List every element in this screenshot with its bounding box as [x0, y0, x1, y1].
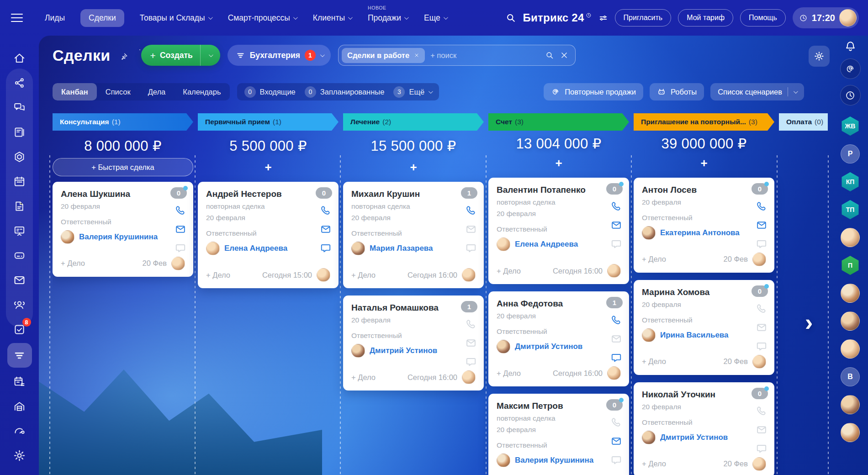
global-search-icon[interactable]	[505, 12, 516, 23]
chat-icon[interactable]	[610, 238, 622, 250]
chat-icon[interactable]	[756, 443, 767, 454]
mail-icon[interactable]	[610, 435, 622, 447]
sidebar-item-feed[interactable]	[7, 120, 32, 144]
chat-icon[interactable]	[756, 340, 767, 352]
mail-icon[interactable]	[610, 333, 622, 345]
board-settings-button[interactable]	[809, 46, 830, 67]
deal-card[interactable]: Андрей Нестеров 0 повторная сделка 20 фе…	[198, 182, 339, 288]
sidebar-item-automation[interactable]	[7, 418, 32, 443]
add-deal-button[interactable]: +	[555, 157, 562, 169]
user-avatar[interactable]	[839, 9, 857, 26]
phone-icon[interactable]	[610, 417, 622, 428]
sidebar-item-documents[interactable]	[7, 194, 32, 218]
scenarios-button[interactable]: Список сценариев	[710, 83, 804, 100]
user-avatar[interactable]	[841, 284, 860, 303]
phone-icon[interactable]	[465, 318, 477, 330]
chat-icon[interactable]	[175, 242, 186, 254]
user-badge[interactable]: КП	[841, 172, 860, 191]
avatar[interactable]	[607, 264, 621, 278]
user-avatar[interactable]	[841, 339, 860, 359]
add-activity-link[interactable]: + Дело	[351, 373, 376, 382]
sidebar-item-network[interactable]	[7, 70, 32, 95]
tab-calendar[interactable]: Календарь	[174, 83, 229, 100]
menu-item-smart-processes[interactable]: Смарт-процессы	[227, 9, 297, 27]
add-activity-link[interactable]: + Дело	[642, 357, 666, 366]
sliders-icon[interactable]	[598, 13, 608, 23]
responsible-link[interactable]: Валерия Крушинина	[79, 232, 158, 242]
sidebar-item-home[interactable]	[7, 46, 32, 70]
work-time-widget[interactable]: 17:20	[793, 7, 859, 28]
stage-header[interactable]: Первичный прием(1)	[198, 113, 339, 131]
add-deal-button[interactable]: +	[410, 161, 417, 173]
user-badge[interactable]: ТП	[841, 200, 860, 219]
help-button[interactable]: Помощь	[740, 9, 786, 26]
quick-deal-button[interactable]: + Быстрая сделка	[53, 158, 193, 176]
sidebar-item-warehouse[interactable]	[7, 394, 32, 418]
chat-icon[interactable]	[610, 454, 622, 466]
phone-icon[interactable]	[320, 205, 332, 216]
avatar[interactable]	[317, 268, 330, 282]
user-avatar[interactable]	[841, 395, 860, 414]
avatar[interactable]	[462, 370, 476, 384]
chat-icon[interactable]	[465, 242, 477, 254]
mail-icon[interactable]	[756, 424, 767, 436]
mail-icon[interactable]	[610, 219, 622, 231]
my-plan-button[interactable]: Мой тариф	[678, 9, 733, 26]
clear-search-icon[interactable]	[560, 51, 569, 60]
add-activity-link[interactable]: + Дело	[497, 369, 521, 378]
avatar[interactable]	[171, 257, 185, 270]
user-badge[interactable]: ЖВ	[841, 116, 860, 136]
sidebar-item-drive[interactable]	[7, 243, 32, 268]
menu-item-sales[interactable]: НОВОЕПродажи	[367, 9, 408, 27]
sidebar-item-messenger[interactable]	[7, 95, 32, 120]
mail-icon[interactable]	[320, 223, 332, 235]
phone-icon[interactable]	[756, 201, 767, 212]
menu-item-leads[interactable]: Лиды	[44, 9, 66, 27]
sidebar-item-calendar[interactable]	[7, 169, 32, 194]
add-activity-link[interactable]: + Дело	[61, 259, 85, 268]
counter-planned[interactable]: 0Запланированные	[305, 86, 385, 98]
avatar[interactable]	[607, 366, 621, 380]
deal-card[interactable]: Алена Шукшина 0 20 февраля Ответственный…	[53, 182, 193, 277]
mail-icon[interactable]	[756, 219, 767, 231]
pipeline-filter-button[interactable]: Бухгалтерия 1	[228, 45, 331, 66]
menu-item-clients[interactable]: Клиенты	[312, 9, 352, 27]
stage-header[interactable]: Счет(3)	[488, 113, 629, 131]
invite-button[interactable]: Пригласить	[615, 9, 672, 26]
phone-icon[interactable]	[756, 405, 767, 417]
responsible-link[interactable]: Дмитрий Устинов	[515, 342, 582, 351]
hamburger-menu-icon[interactable]	[11, 14, 23, 22]
user-badge[interactable]: П	[841, 256, 860, 275]
notifications-bell-icon[interactable]	[844, 40, 857, 53]
responsible-link[interactable]: Дмитрий Устинов	[660, 433, 728, 442]
user-avatar[interactable]	[841, 423, 860, 442]
tab-activities[interactable]: Дела	[139, 83, 175, 100]
add-activity-link[interactable]: + Дело	[642, 459, 666, 468]
user-badge[interactable]: В	[841, 367, 860, 386]
robots-button[interactable]: Роботы	[650, 83, 704, 100]
responsible-link[interactable]: Елена Андреева	[224, 244, 287, 253]
add-activity-link[interactable]: + Дело	[206, 271, 230, 280]
add-deal-button[interactable]: +	[265, 161, 271, 173]
stage-header[interactable]: Приглашение на повторный...(3)	[634, 113, 774, 131]
deal-card[interactable]: Антон Лосев 0 20 февраля Ответственный Е…	[634, 178, 774, 273]
deal-card[interactable]: Наталья Ромашкова 1 20 февраля Ответстве…	[343, 296, 484, 391]
sidebar-item-crm[interactable]	[7, 343, 32, 368]
menu-item-products[interactable]: Товары и Склады	[139, 9, 212, 27]
phone-icon[interactable]	[465, 205, 477, 216]
add-activity-link[interactable]: + Дело	[642, 255, 666, 264]
mail-icon[interactable]	[465, 223, 477, 235]
remove-chip-icon[interactable]	[414, 53, 419, 58]
stage-header[interactable]: Лечение(2)	[343, 113, 484, 131]
add-activity-link[interactable]: + Дело	[497, 267, 521, 275]
repeat-sales-button[interactable]: Повторные продажи	[544, 83, 643, 100]
deal-card[interactable]: Максим Петров 0 повторная сделка 20 февр…	[488, 394, 629, 475]
chat-icon[interactable]	[610, 352, 622, 364]
responsible-link[interactable]: Валерия Крушинина	[515, 456, 593, 465]
avatar[interactable]	[752, 457, 766, 471]
stage-header[interactable]: Консультация(1)	[53, 113, 193, 131]
user-avatar[interactable]	[841, 311, 860, 331]
tab-list[interactable]: Список	[97, 83, 139, 100]
copilot-button[interactable]	[840, 58, 861, 79]
search-filter-bar[interactable]: Сделки в работе + поиск	[338, 45, 576, 66]
